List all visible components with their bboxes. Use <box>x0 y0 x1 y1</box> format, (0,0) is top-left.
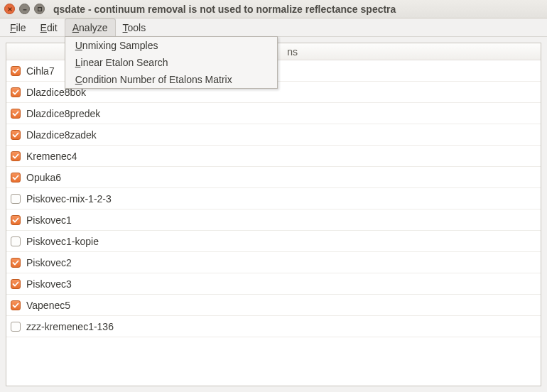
sample-list[interactable]: ns Cihla7Dlazdice8bokDlazdice8predekDlaz… <box>6 43 541 386</box>
list-item[interactable]: Dlazdice8zadek <box>6 124 541 146</box>
list-item[interactable]: Piskovec3 <box>6 273 541 295</box>
menu-label: Tools <box>123 22 146 33</box>
checkbox[interactable] <box>11 194 21 204</box>
menu-file[interactable]: File <box>3 18 33 36</box>
menu-item-label: Unmixing Samples <box>75 40 158 51</box>
sample-name: Dlazdice8zadek <box>26 129 97 141</box>
checkbox[interactable] <box>11 279 21 289</box>
sample-name: Opuka6 <box>26 172 61 183</box>
content: ns Cihla7Dlazdice8bokDlazdice8predekDlaz… <box>0 37 547 392</box>
checkbox[interactable] <box>11 215 21 225</box>
sample-name: Piskovec1 <box>26 214 72 226</box>
checkbox[interactable] <box>11 66 21 76</box>
sample-name: Piskovec3 <box>26 278 72 290</box>
menu-label: Edit <box>40 22 58 33</box>
menu-analyze[interactable]: AnalyzeUnmixing SamplesLinear Etalon Sea… <box>65 18 116 36</box>
menu-tools[interactable]: Tools <box>116 18 153 36</box>
list-item[interactable]: Dlazdice8predek <box>6 103 541 124</box>
window-title: qsdate - continuum removal is not used t… <box>53 4 396 15</box>
menu-item-label: Linear Etalon Search <box>75 57 168 68</box>
sample-name: Piskovec2 <box>26 257 72 268</box>
menu-label: File <box>10 22 26 33</box>
minimize-icon[interactable] <box>19 4 30 14</box>
checkbox[interactable] <box>11 236 21 246</box>
menu-item-condition-number-of-etalons-matrix[interactable]: Condition Number of Etalons Matrix <box>65 71 277 88</box>
sample-name: Cihla7 <box>26 65 55 77</box>
menu-label: Analyze <box>72 22 108 33</box>
checkbox[interactable] <box>11 109 21 119</box>
list-item[interactable]: Kremenec4 <box>6 146 541 167</box>
list-item[interactable]: Piskovec1-kopie <box>6 231 541 252</box>
sample-name: Kremenec4 <box>26 151 77 162</box>
checkbox[interactable] <box>11 258 21 268</box>
checkbox[interactable] <box>11 300 21 310</box>
sample-name: Vapenec5 <box>26 300 70 311</box>
sample-name: Dlazdice8predek <box>26 108 100 119</box>
sample-name: zzz-kremenec1-136 <box>26 321 114 332</box>
list-item[interactable]: Opuka6 <box>6 167 541 188</box>
list-item[interactable]: Vapenec5 <box>6 295 541 316</box>
menu-item-unmixing-samples[interactable]: Unmixing Samples <box>65 37 277 54</box>
checkbox[interactable] <box>11 87 21 97</box>
menubar: FileEditAnalyzeUnmixing SamplesLinear Et… <box>0 18 547 37</box>
close-icon[interactable] <box>4 4 15 14</box>
menu-item-linear-etalon-search[interactable]: Linear Etalon Search <box>65 54 277 71</box>
list-item[interactable]: Piskovec-mix-1-2-3 <box>6 188 541 209</box>
checkbox[interactable] <box>11 173 21 183</box>
checkbox[interactable] <box>11 130 21 140</box>
sample-name: Piskovec1-kopie <box>26 236 99 247</box>
analyze-dropdown: Unmixing SamplesLinear Etalon SearchCond… <box>65 36 278 89</box>
checkbox[interactable] <box>11 151 21 161</box>
list-item[interactable]: zzz-kremenec1-136 <box>6 316 541 337</box>
list-item[interactable]: Piskovec2 <box>6 252 541 273</box>
list-item[interactable]: Piskovec1 <box>6 209 541 231</box>
list-header-fragment: ns <box>287 46 532 58</box>
menu-edit[interactable]: Edit <box>33 18 65 36</box>
svg-rect-0 <box>38 7 41 11</box>
maximize-icon[interactable] <box>34 4 45 14</box>
checkbox[interactable] <box>11 322 21 332</box>
titlebar: qsdate - continuum removal is not used t… <box>0 0 547 18</box>
menu-item-label: Condition Number of Etalons Matrix <box>75 74 232 85</box>
sample-name: Piskovec-mix-1-2-3 <box>26 193 112 205</box>
window: qsdate - continuum removal is not used t… <box>0 0 547 392</box>
